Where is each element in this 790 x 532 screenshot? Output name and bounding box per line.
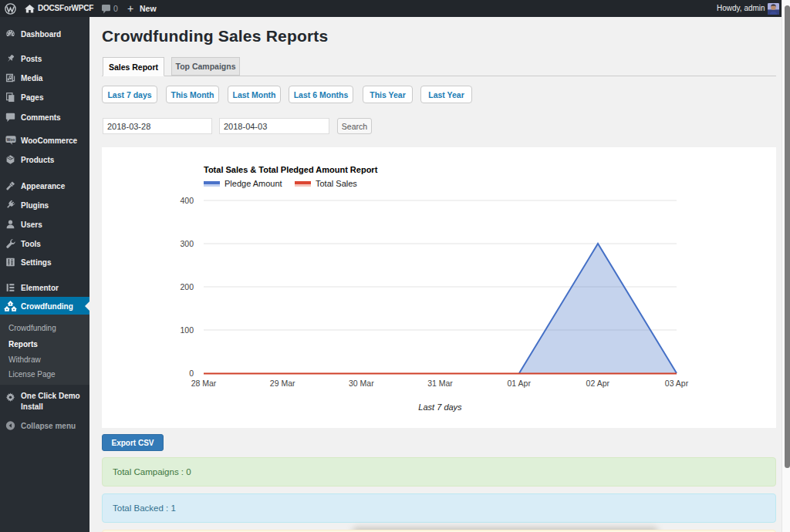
svg-text:01 Apr: 01 Apr bbox=[508, 379, 532, 388]
svg-text:300: 300 bbox=[180, 239, 194, 248]
svg-text:Total Sales & Total Pledged Am: Total Sales & Total Pledged Amount Repor… bbox=[204, 165, 378, 174]
svg-text:Pledge Amount: Pledge Amount bbox=[225, 179, 282, 188]
svg-text:0: 0 bbox=[189, 369, 194, 378]
svg-text:31 Mar: 31 Mar bbox=[427, 379, 453, 388]
svg-text:Last 7 days: Last 7 days bbox=[418, 402, 462, 412]
svg-text:03 Apr: 03 Apr bbox=[665, 379, 689, 388]
svg-text:100: 100 bbox=[180, 325, 194, 335]
svg-text:200: 200 bbox=[180, 282, 194, 291]
svg-text:Woo: Woo bbox=[7, 138, 15, 142]
svg-text:28 Mar: 28 Mar bbox=[191, 379, 217, 388]
svg-text:29 Mar: 29 Mar bbox=[270, 379, 295, 388]
svg-text:400: 400 bbox=[180, 196, 194, 205]
svg-text:Total Sales: Total Sales bbox=[316, 179, 357, 188]
svg-text:02 Apr: 02 Apr bbox=[586, 379, 610, 388]
svg-text:30 Mar: 30 Mar bbox=[349, 379, 374, 388]
